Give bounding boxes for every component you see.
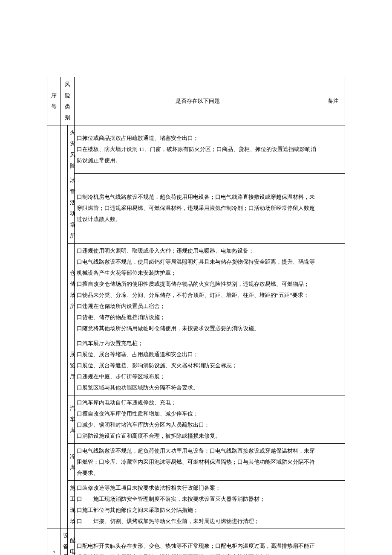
cell-cat1 (61, 125, 68, 529)
table-header-row: 序号 风险类别 是否存在以下问题 备注 (47, 77, 345, 125)
cell-issues: 口摊位或商品摆放占用疏散通道、堵塞安全出口；口在楼板、防火墙开设洞 11、门窗，… (75, 125, 321, 174)
table-row: 施工现场 口装修改造等施工项目未按要求依法报相关行政部门备案；口 施工现场消防安… (47, 481, 345, 529)
header-category: 风险类别 (61, 77, 75, 125)
cat1-char: 备 (63, 541, 65, 552)
cell-beizhu (321, 395, 345, 444)
cell-beizhu (321, 336, 345, 395)
table-row: 5 设 备 用 房 配电室 口配电柜开关触头存在变形、变色、热蚀等不正常现象；口… (47, 529, 345, 555)
cat1-char: 用 (63, 552, 65, 555)
cell-issues: 口装修改造等施工项目未按要求依法报相关行政部门备案；口 施工现场消防安全管理制度… (75, 481, 321, 529)
risk-table: 序号 风险类别 是否存在以下问题 备注 火灾风险 口摊位或商品摆放占用疏散通道、… (47, 77, 345, 555)
table-row: 汽车库 口汽车库内电动自行车违规停放、充电；口擅自改变汽车库使用性质和增加、减少… (47, 395, 345, 444)
cell-cat2: 汽车库 (68, 395, 75, 444)
table-row: 火灾风险 口摊位或商品摆放占用疏散通道、堵塞安全出口；口在楼板、防火墙开设洞 1… (47, 125, 345, 174)
cell-cat2: 火灾风险 (68, 125, 75, 174)
cell-cat2: 展览厅 (68, 336, 75, 395)
cell-issues: 口制冷机房电气线路敷设不规范，超负荷使用用电设备；口电气线路直接敷设或穿越保温材… (75, 173, 321, 244)
table-row: 冰雪活动场所 口制冷机房电气线路敷设不规范，超负荷使用用电设备；口电气线路直接敷… (47, 173, 345, 244)
cell-beizhu (321, 481, 345, 529)
cell-xuhao: 5 (47, 529, 61, 555)
table-row: 冷库 口电气线路敷设不规范，超负荷使用大功率用电设备；口电气线路直接敷设或穿越保… (47, 444, 345, 481)
cell-beizhu (321, 173, 345, 244)
header-xuhao: 序号 (47, 77, 61, 125)
cell-beizhu (321, 244, 345, 336)
header-issues: 是否存在以下问题 (75, 77, 321, 125)
cell-cat2: 仓储场所 (68, 244, 75, 336)
cell-cat1: 设 备 用 房 (61, 529, 68, 555)
cat1-char: 设 (63, 531, 65, 541)
cell-issues: 口汽车库内电动自行车违规停放、充电；口擅自改变汽车库使用性质和增加、减少停车位；… (75, 395, 321, 444)
cell-issues: 口电气线路敷设不规范，超负荷使用大功率用电设备；口电气线路直接敷设或穿越保温材料… (75, 444, 321, 481)
cell-xuhao (47, 125, 61, 529)
cell-issues: 口配电柜开关触头存在变形、变色、热蚀等不正常现象；口配电柜内温度过高，高温排热扇… (75, 529, 321, 555)
header-beizhu: 备注 (321, 77, 345, 125)
cell-cat2: 冷库 (68, 444, 75, 481)
cell-beizhu (321, 529, 345, 555)
cell-cat2: 冰雪活动场所 (68, 173, 75, 244)
table-row: 展览厅 口汽车展厅内设置充电桩；口展位、展台等堵塞、占用疏散通道和安全出口；口展… (47, 336, 345, 395)
cell-beizhu (321, 125, 345, 174)
cell-beizhu (321, 444, 345, 481)
table-row: 仓储场所 口违规使用明火照明、取暖或带入火种；违规使用电暖器、电加热设备；口电气… (47, 244, 345, 336)
cell-cat2: 施工现场 (68, 481, 75, 529)
cell-issues: 口汽车展厅内设置充电桩；口展位、展台等堵塞、占用疏散通道和安全出口；口展位、展台… (75, 336, 321, 395)
cell-issues: 口违规使用明火照明、取暖或带入火种；违规使用电暖器、电加热设备；口电气线路敷设不… (75, 244, 321, 336)
